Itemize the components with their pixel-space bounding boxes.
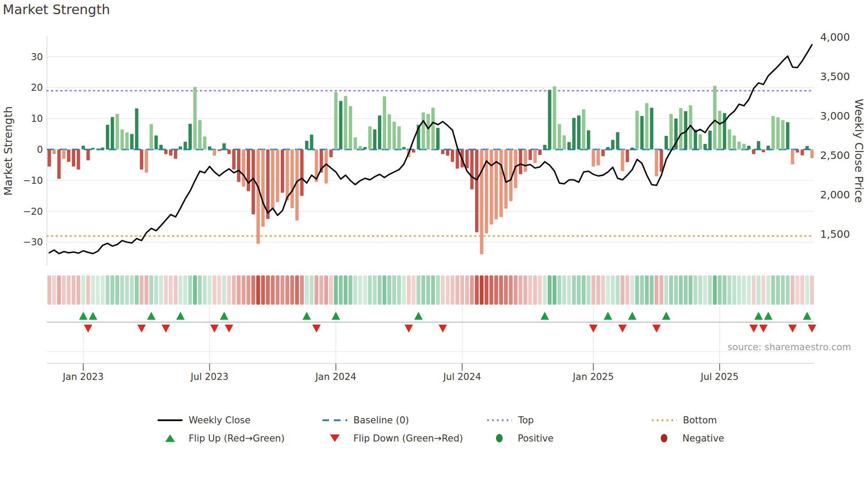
- heatmap-cell: [314, 275, 318, 305]
- heatmap-cell: [407, 275, 411, 305]
- flip-up-marker: [628, 312, 636, 320]
- heatmap-cell: [553, 275, 557, 305]
- heatmap-cell: [436, 275, 440, 305]
- heatmap-cell: [47, 275, 51, 305]
- strength-bar: [621, 150, 624, 171]
- heatmap-cell: [611, 275, 615, 305]
- strength-bar: [665, 136, 668, 150]
- heatmap-cell: [538, 275, 542, 305]
- strength-bar: [771, 116, 775, 149]
- strength-bar: [189, 124, 192, 150]
- heatmap-cell: [577, 275, 581, 305]
- strength-bar: [247, 150, 250, 191]
- heatmap-cell: [353, 275, 357, 305]
- legend-item-baseline: Baseline (0): [322, 411, 487, 429]
- heatmap-cell: [388, 275, 391, 305]
- strength-bar: [446, 150, 450, 156]
- heatmap-cell: [77, 275, 81, 305]
- heatmap-cell: [52, 275, 56, 305]
- flip-up-marker: [332, 312, 340, 320]
- x-tick-label: Jan 2024: [314, 372, 356, 382]
- flip-up-marker: [662, 312, 670, 320]
- heatmap-cell: [558, 275, 562, 305]
- heatmap-cell: [441, 275, 445, 305]
- strength-bar: [52, 150, 56, 154]
- heatmap-cell: [213, 275, 217, 305]
- heatmap-cell: [713, 275, 717, 305]
- strength-bar: [786, 122, 790, 149]
- flip-up-marker: [147, 312, 155, 320]
- heatmap-cell: [810, 275, 814, 305]
- legend-label: Weekly Close: [189, 415, 251, 426]
- strength-bar: [762, 150, 765, 152]
- legend-item-flip-down: Flip Down (Green→Red): [322, 429, 487, 447]
- strength-bar: [592, 150, 595, 167]
- heatmap-cell: [110, 275, 114, 305]
- right-tick-label: 1,500: [820, 228, 850, 240]
- right-tick-label: 2,500: [820, 149, 850, 162]
- strength-bar: [558, 124, 561, 149]
- strength-bar: [543, 145, 546, 149]
- legend-item-top: Top: [487, 411, 652, 429]
- right-tick-label: 2,000: [820, 189, 850, 201]
- flip-down-marker: [137, 325, 146, 333]
- strength-bar: [354, 137, 357, 149]
- heatmap-cell: [256, 275, 260, 305]
- legend-label: Top: [518, 415, 534, 426]
- heatmap-cell: [659, 275, 663, 305]
- heatmap-cell: [732, 275, 736, 305]
- market-strength-dashboard: Market Strength Market Strength Weekly C…: [0, 0, 868, 488]
- heatmap-cell: [402, 275, 406, 305]
- strength-bar: [227, 150, 231, 154]
- strength-bar: [475, 150, 479, 232]
- strength-bar: [135, 108, 139, 150]
- flip-up-marker: [754, 312, 763, 320]
- strength-bar: [86, 150, 90, 160]
- strength-bar: [776, 117, 780, 150]
- strength-bar: [174, 150, 178, 159]
- strength-bar: [781, 120, 785, 149]
- strength-bar: [111, 117, 114, 149]
- heatmap-cell: [295, 275, 299, 305]
- strength-bar: [708, 131, 712, 150]
- strength-bar: [217, 150, 221, 151]
- heatmap-cell: [363, 275, 367, 305]
- heatmap-cell: [635, 275, 639, 305]
- strength-bar: [553, 86, 556, 149]
- heatmap-cell: [591, 275, 595, 305]
- strength-bar: [606, 147, 610, 150]
- heatmap-cell: [149, 275, 153, 305]
- strength-bar: [796, 150, 799, 153]
- heatmap-cell: [684, 275, 688, 305]
- strength-bar: [179, 147, 182, 150]
- heatmap-cell: [305, 275, 309, 305]
- strength-bar: [655, 150, 659, 177]
- heatmap-cell: [159, 275, 163, 305]
- strength-bar: [752, 150, 756, 154]
- strength-bar: [490, 150, 493, 225]
- heatmap-cell: [756, 275, 760, 305]
- left-tick-label: 30: [31, 51, 43, 62]
- heatmap-cell: [465, 275, 469, 305]
- x-tick-label: Jul 2023: [190, 372, 228, 382]
- strength-bar: [300, 150, 304, 196]
- heatmap-cell: [300, 275, 304, 305]
- flip-down-marker: [759, 325, 767, 333]
- strength-bar: [767, 146, 770, 149]
- flip-down-triangle-icon: [330, 434, 340, 442]
- heatmap-cell: [752, 275, 756, 305]
- strength-bar: [636, 111, 639, 149]
- strength-bar: [500, 150, 503, 217]
- strength-bar: [650, 108, 654, 149]
- strength-bar: [334, 92, 338, 150]
- strength-bar: [538, 150, 542, 155]
- strength-bar: [660, 150, 663, 172]
- strength-bar: [120, 129, 124, 149]
- strength-bar: [213, 150, 216, 156]
- flip-down-marker: [749, 325, 758, 333]
- heatmap-cell: [329, 275, 333, 305]
- strength-bar: [470, 150, 474, 190]
- strength-bar: [670, 114, 673, 149]
- strength-bar: [383, 96, 386, 149]
- strength-bar: [694, 130, 697, 150]
